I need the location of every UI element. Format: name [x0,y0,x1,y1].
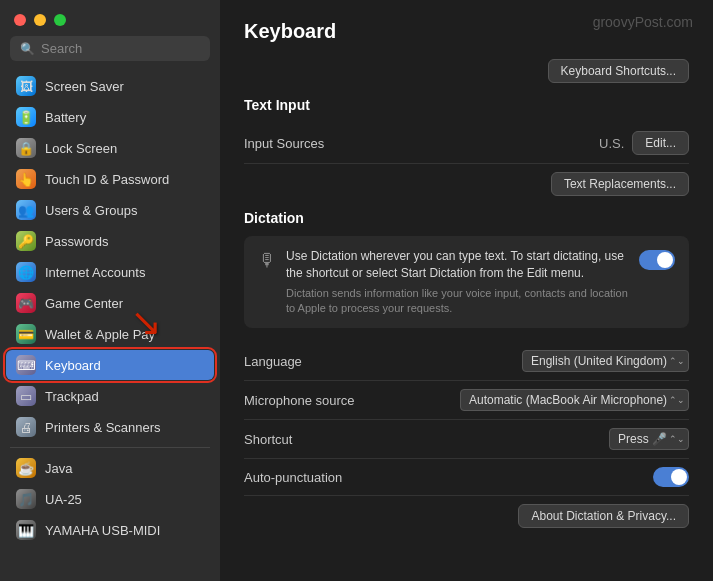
sidebar-item-battery[interactable]: 🔋 Battery [6,102,214,132]
sidebar-item-label: YAMAHA USB-MIDI [45,523,160,538]
users-icon: 👥 [16,200,36,220]
sidebar-item-label: Game Center [45,296,123,311]
keyboard-icon: ⌨ [16,355,36,375]
shortcut-select[interactable]: Press 🎤 [609,428,689,450]
sidebar-item-wallet-apple-pay[interactable]: 💳 Wallet & Apple Pay [6,319,214,349]
about-btn-row: About Dictation & Privacy... [244,504,689,528]
search-icon: 🔍 [20,42,35,56]
sidebar-item-label: UA-25 [45,492,82,507]
about-dictation-button[interactable]: About Dictation & Privacy... [518,504,689,528]
watermark: groovyPost.com [593,14,693,30]
trackpad-icon: ▭ [16,386,36,406]
traffic-lights [0,0,220,36]
language-row: Language English (United Kingdom) [244,342,689,381]
input-sources-label: Input Sources [244,136,324,151]
input-sources-row: Input Sources U.S. Edit... [244,123,689,164]
search-input[interactable] [41,41,200,56]
sidebar-item-label: Trackpad [45,389,99,404]
mic-source-select-wrapper[interactable]: Automatic (MacBook Air Microphone) [460,389,689,411]
search-bar[interactable]: 🔍 [10,36,210,61]
dictation-section-label: Dictation [244,210,689,226]
java-icon: ☕ [16,458,36,478]
sidebar-item-internet-accounts[interactable]: 🌐 Internet Accounts [6,257,214,287]
sidebar-item-yamaha-usb-midi[interactable]: 🎹 YAMAHA USB-MIDI [6,515,214,545]
dictation-card: 🎙 Use Dictation wherever you can type te… [244,236,689,328]
text-input-section-label: Text Input [244,97,689,113]
sidebar-item-label: Printers & Scanners [45,420,161,435]
sidebar-item-label: Wallet & Apple Pay [45,327,155,342]
wallet-icon: 💳 [16,324,36,344]
sidebar-divider [10,447,210,448]
sidebar-items: 🖼 Screen Saver 🔋 Battery 🔒 Lock Screen 👆… [0,71,220,581]
sidebar-item-java[interactable]: ☕ Java [6,453,214,483]
input-sources-value-group: U.S. Edit... [599,131,689,155]
shortcut-value-group: Press 🎤 [609,428,689,450]
passwords-icon: 🔑 [16,231,36,251]
battery-icon: 🔋 [16,107,36,127]
sidebar-item-label: Java [45,461,72,476]
input-sources-value: U.S. [599,136,624,151]
sidebar-item-label: Battery [45,110,86,125]
shortcut-label: Shortcut [244,432,292,447]
mic-source-select[interactable]: Automatic (MacBook Air Microphone) [460,389,689,411]
lock-icon: 🔒 [16,138,36,158]
maximize-button[interactable] [54,14,66,26]
sidebar-item-screen-saver[interactable]: 🖼 Screen Saver [6,71,214,101]
language-select[interactable]: English (United Kingdom) [522,350,689,372]
sidebar-item-label: Users & Groups [45,203,137,218]
printers-icon: 🖨 [16,417,36,437]
screen-saver-icon: 🖼 [16,76,36,96]
dictation-text-group: 🎙 Use Dictation wherever you can type te… [258,248,629,316]
touchid-icon: 👆 [16,169,36,189]
sidebar-item-keyboard[interactable]: ⌨ Keyboard [6,350,214,380]
sidebar: 🔍 🖼 Screen Saver 🔋 Battery 🔒 Lock Screen… [0,0,220,581]
edit-button[interactable]: Edit... [632,131,689,155]
sidebar-item-label: Lock Screen [45,141,117,156]
keyboard-shortcuts-button[interactable]: Keyboard Shortcuts... [548,59,689,83]
sidebar-item-printers-scanners[interactable]: 🖨 Printers & Scanners [6,412,214,442]
ua25-icon: 🎵 [16,489,36,509]
dictation-toggle-row: 🎙 Use Dictation wherever you can type te… [258,248,675,316]
shortcut-row: Shortcut Press 🎤 [244,420,689,459]
language-select-wrapper[interactable]: English (United Kingdom) [522,350,689,372]
sidebar-item-game-center[interactable]: 🎮 Game Center [6,288,214,318]
sidebar-item-label: Internet Accounts [45,265,145,280]
auto-punct-value-group [653,467,689,487]
main-content: groovyPost.com Keyboard Keyboard Shortcu… [220,0,713,581]
sidebar-item-label: Keyboard [45,358,101,373]
mic-source-row: Microphone source Automatic (MacBook Air… [244,381,689,420]
shortcut-select-wrapper[interactable]: Press 🎤 [609,428,689,450]
yamaha-icon: 🎹 [16,520,36,540]
sidebar-item-label: Touch ID & Password [45,172,169,187]
sidebar-item-ua25[interactable]: 🎵 UA-25 [6,484,214,514]
mic-source-value-group: Automatic (MacBook Air Microphone) [460,389,689,411]
game-center-icon: 🎮 [16,293,36,313]
mic-icon: 🎙 [258,250,276,271]
sidebar-item-label: Passwords [45,234,109,249]
sidebar-item-lock-screen[interactable]: 🔒 Lock Screen [6,133,214,163]
text-replacements-button[interactable]: Text Replacements... [551,172,689,196]
dictation-primary-text: Use Dictation wherever you can type text… [286,248,629,282]
language-label: Language [244,354,302,369]
sidebar-item-touch-id[interactable]: 👆 Touch ID & Password [6,164,214,194]
dictation-toggle[interactable] [639,250,675,270]
dictation-secondary-text: Dictation sends information like your vo… [286,286,629,317]
language-value-group: English (United Kingdom) [522,350,689,372]
sidebar-item-passwords[interactable]: 🔑 Passwords [6,226,214,256]
minimize-button[interactable] [34,14,46,26]
internet-icon: 🌐 [16,262,36,282]
auto-punct-row: Auto-punctuation [244,459,689,496]
text-replacements-row: Text Replacements... [244,172,689,196]
sidebar-item-label: Screen Saver [45,79,124,94]
auto-punct-label: Auto-punctuation [244,470,342,485]
close-button[interactable] [14,14,26,26]
auto-punct-toggle[interactable] [653,467,689,487]
sidebar-item-users-groups[interactable]: 👥 Users & Groups [6,195,214,225]
dictation-texts: Use Dictation wherever you can type text… [286,248,629,316]
mic-source-label: Microphone source [244,393,355,408]
sidebar-item-trackpad[interactable]: ▭ Trackpad [6,381,214,411]
keyboard-shortcuts-row: Keyboard Shortcuts... [244,59,689,83]
